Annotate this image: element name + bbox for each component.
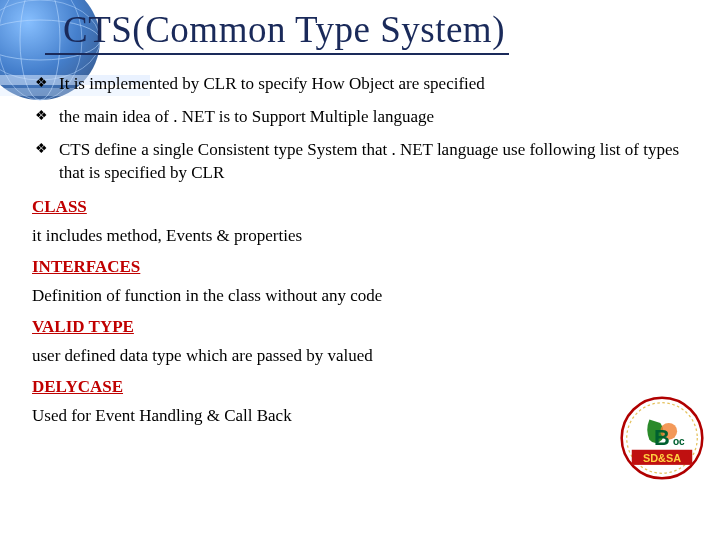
slide-title: CTS(Common Type System) [45,8,509,55]
section-body-delycase: Used for Event Handling & Call Back [32,405,690,427]
section-heading-delycase: DELYCASE [32,377,690,397]
section-body-interfaces: Definition of function in the class with… [32,285,690,307]
logo-bottom-text: SD&SA [643,452,681,464]
bullet-list: It is implemented by CLR to specify How … [30,73,690,185]
bullet-item: CTS define a single Consistent type Syst… [35,139,690,185]
section-body-valid-type: user defined data type which are passed … [32,345,690,367]
logo-sub-text: oc [673,436,685,447]
section-heading-valid-type: VALID TYPE [32,317,690,337]
brand-logo: B oc SD&SA [620,396,704,480]
bullet-item: the main idea of . NET is to Support Mul… [35,106,690,129]
section-heading-interfaces: INTERFACES [32,257,690,277]
section-body-class: it includes method, Events & properties [32,225,690,247]
section-heading-class: CLASS [32,197,690,217]
logo-top-text: B [654,425,670,450]
bullet-item: It is implemented by CLR to specify How … [35,73,690,96]
